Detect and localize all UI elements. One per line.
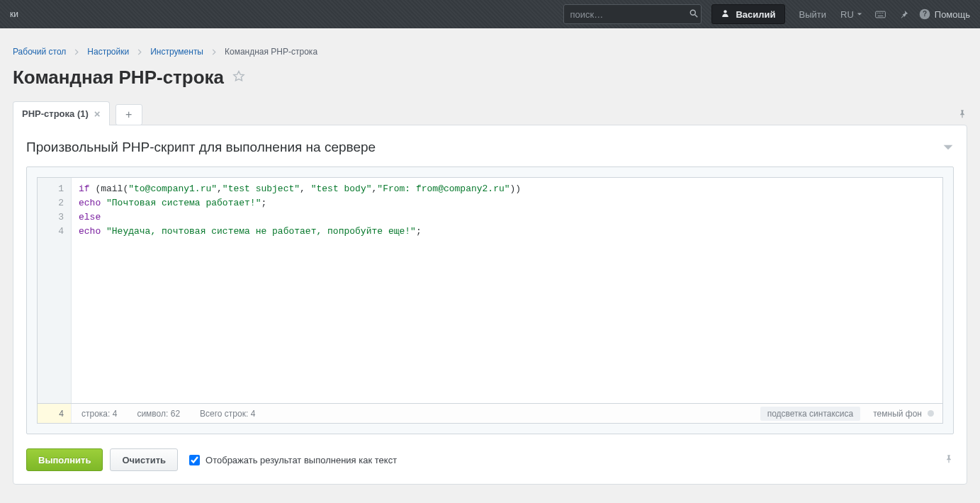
svg-rect-11: [962, 115, 962, 118]
keyboard-icon[interactable]: [875, 9, 886, 20]
result-as-text-option[interactable]: Отображать результат выполнения как текс…: [189, 455, 397, 465]
search-input[interactable]: [570, 9, 689, 20]
chevron-right-icon: [212, 49, 216, 55]
topbar: ки Василий Выйти RU ? Помощь: [0, 0, 980, 28]
close-icon[interactable]: ×: [94, 108, 101, 119]
tabs: PHP-строка (1) × +: [13, 101, 967, 125]
status-row: строка: 4: [72, 409, 127, 419]
result-as-text-checkbox[interactable]: [189, 455, 200, 465]
search-wrap[interactable]: [563, 4, 702, 24]
help-label: Помощь: [935, 9, 970, 20]
search-icon[interactable]: [689, 9, 699, 21]
line-gutter: 1 2 3 4: [38, 178, 72, 403]
topbar-truncated-label: ки: [10, 9, 18, 19]
crumb-settings[interactable]: Настройки: [87, 47, 129, 57]
run-button[interactable]: Выполнить: [26, 448, 103, 471]
svg-rect-3: [875, 11, 885, 18]
gutter-line: 4: [40, 225, 64, 239]
actions-row: Выполнить Очистить Отображать результат …: [26, 448, 954, 471]
result-as-text-label: Отображать результат выполнения как текс…: [205, 455, 397, 465]
syntax-highlight-toggle[interactable]: подсветка синтаксиса: [760, 407, 861, 421]
language-selector[interactable]: RU: [840, 9, 862, 20]
code-editor[interactable]: 1 2 3 4 if (mail("to@company1.ru","test …: [37, 177, 943, 404]
title-row: Командная PHP-строка: [13, 67, 967, 89]
logout-link[interactable]: Выйти: [799, 9, 827, 20]
page-title: Командная PHP-строка: [13, 67, 224, 89]
clear-button[interactable]: Очистить: [110, 448, 178, 471]
crumb-tools[interactable]: Инструменты: [150, 47, 203, 57]
help-icon: ?: [919, 9, 930, 20]
chevron-right-icon: [74, 49, 79, 55]
code-area[interactable]: if (mail("to@company1.ru","test subject"…: [72, 178, 942, 403]
crumb-current: Командная PHP-строка: [225, 47, 317, 57]
pin-icon[interactable]: [944, 454, 954, 466]
pin-icon[interactable]: [957, 109, 967, 121]
pin-icon[interactable]: [899, 9, 909, 20]
breadcrumb: Рабочий стол Настройки Инструменты Коман…: [13, 47, 967, 57]
editor-container: 1 2 3 4 if (mail("to@company1.ru","test …: [26, 166, 954, 434]
collapse-icon[interactable]: [942, 142, 954, 153]
user-name: Василий: [736, 9, 775, 20]
editor-statusbar: 4 строка: 4 символ: 62 Всего строк: 4 по…: [37, 404, 943, 424]
user-icon: [721, 9, 730, 20]
svg-line-1: [695, 14, 698, 17]
chevron-right-icon: [137, 49, 142, 55]
dark-mode-toggle[interactable]: темный фон: [873, 409, 942, 419]
svg-text:?: ?: [923, 10, 927, 18]
panel: Произвольный PHP-скрипт для выполнения н…: [13, 125, 967, 485]
tab-add-button[interactable]: +: [116, 104, 142, 125]
status-total: Всего строк: 4: [190, 409, 265, 419]
tab-php-line[interactable]: PHP-строка (1) ×: [13, 101, 110, 125]
gutter-line: 1: [40, 182, 64, 196]
svg-rect-12: [948, 460, 949, 463]
chevron-down-icon: [857, 11, 862, 17]
svg-point-2: [724, 10, 727, 13]
gutter-line: 2: [40, 196, 64, 210]
svg-point-0: [691, 10, 696, 15]
help-link[interactable]: ? Помощь: [919, 9, 970, 20]
favorite-star-icon[interactable]: [232, 70, 245, 85]
tab-label: PHP-строка (1): [22, 108, 89, 119]
status-line-count-box: 4: [38, 404, 72, 423]
dot-icon: [928, 410, 934, 417]
crumb-desktop[interactable]: Рабочий стол: [13, 47, 66, 57]
gutter-line: 3: [40, 210, 64, 225]
user-button[interactable]: Василий: [711, 4, 784, 24]
status-col: символ: 62: [127, 409, 190, 419]
panel-title: Произвольный PHP-скрипт для выполнения н…: [26, 140, 376, 155]
language-label: RU: [840, 9, 854, 20]
